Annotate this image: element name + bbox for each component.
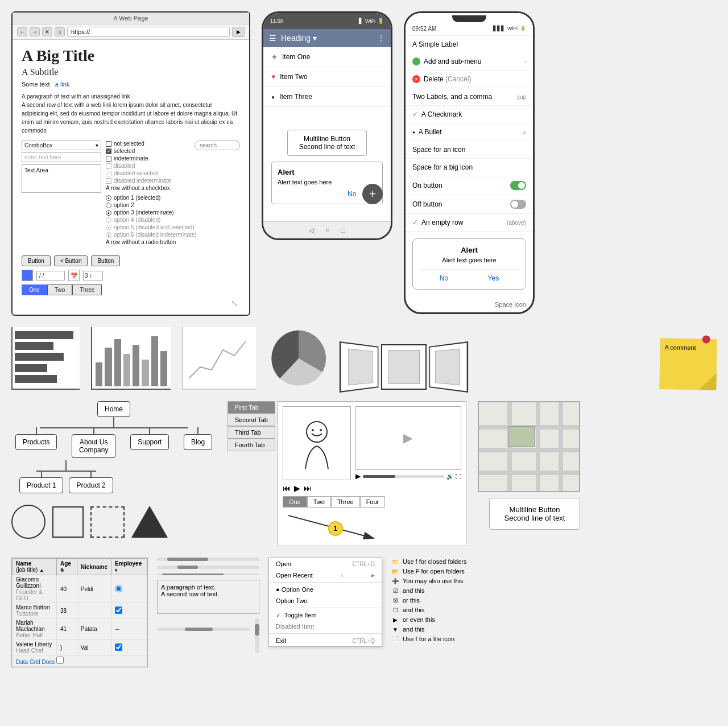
ios-alert-no[interactable]: No bbox=[440, 274, 448, 282]
employee-sort-icon[interactable]: ▾ bbox=[115, 568, 117, 573]
checkbox-icon[interactable] bbox=[106, 141, 111, 147]
web-browser-mockup: A Web Page ← → ✕ ⌂ ▶ A Big Title A Subti… bbox=[11, 11, 250, 316]
ios-battery: 🔋 bbox=[520, 26, 526, 32]
scroll-thumb-h1[interactable] bbox=[167, 558, 208, 561]
employee-radio-1[interactable] bbox=[115, 585, 122, 592]
datagrid-docs-link[interactable]: Data Grid Docs bbox=[16, 659, 55, 665]
scroll-thumb-h3[interactable] bbox=[162, 574, 224, 575]
rewind-button[interactable]: ⏮ bbox=[283, 484, 291, 493]
bottom-tab-one[interactable]: One bbox=[283, 496, 307, 508]
bottom-tab-two[interactable]: Two bbox=[307, 496, 331, 508]
ios-add-menu-item[interactable]: Add and sub-menu › bbox=[406, 53, 533, 71]
scroll-thumb-h4[interactable] bbox=[185, 628, 213, 631]
video-tab-second[interactable]: Second Tab bbox=[228, 414, 275, 426]
progress-bar-right[interactable] bbox=[363, 475, 444, 478]
url-input[interactable] bbox=[67, 27, 230, 37]
fullscreen-icon[interactable]: ⛶ bbox=[456, 473, 461, 480]
tab-three[interactable]: Three bbox=[72, 284, 102, 295]
search-input[interactable] bbox=[195, 141, 240, 150]
nav-back[interactable]: ◁ bbox=[309, 226, 314, 234]
sort-icon[interactable]: ▲ bbox=[39, 568, 44, 573]
age-sort-icon[interactable]: ⇅ bbox=[60, 568, 64, 573]
android-list-item-1[interactable]: ★ Item One bbox=[263, 47, 391, 67]
ios-toggle-on-item[interactable]: On button bbox=[406, 176, 533, 195]
go-button[interactable]: ▶ bbox=[232, 27, 245, 37]
ios-bullet-item[interactable]: ● A Bullet ≡ bbox=[406, 123, 533, 141]
close-button[interactable]: ✕ bbox=[42, 27, 52, 36]
footer-checkbox[interactable] bbox=[56, 657, 64, 664]
video-tab-first[interactable]: First Tab bbox=[228, 401, 275, 414]
ios-alert-yes[interactable]: Yes bbox=[488, 274, 499, 282]
ios-checkmark-item[interactable]: ✓ A Checkmark bbox=[406, 106, 533, 123]
number-input[interactable]: 3 ↕ bbox=[83, 271, 103, 280]
text-area[interactable]: Text Area bbox=[22, 164, 101, 193]
back-button[interactable]: ← bbox=[17, 27, 27, 36]
checkbox-selected-icon[interactable] bbox=[106, 148, 111, 154]
android-list-item-3[interactable]: ● Item Three bbox=[263, 87, 391, 107]
menu-item-option-one[interactable]: ● Option One bbox=[269, 584, 382, 595]
menu-item-open[interactable]: Open CTRL+O bbox=[269, 558, 382, 570]
nav-home[interactable]: ○ bbox=[325, 226, 329, 234]
ios-empty-row-item: ✓ An empty row (above) bbox=[406, 214, 533, 232]
menu-item-open-recent[interactable]: Open Recent › bbox=[269, 570, 382, 581]
button-1[interactable]: Button bbox=[22, 255, 51, 266]
web-some-text: Some text a link bbox=[22, 81, 240, 88]
combobox[interactable]: ComboBox ▾ bbox=[22, 141, 101, 150]
bottom-tab-four[interactable]: Four bbox=[360, 496, 386, 508]
scrollbar-h-3[interactable] bbox=[157, 574, 259, 575]
web-link[interactable]: a link bbox=[55, 81, 70, 88]
cell-nickname-2 bbox=[77, 603, 111, 618]
empty-checkbox-icon: ☐ bbox=[391, 606, 399, 614]
menu-item-exit[interactable]: Exit CTRL+Q bbox=[269, 635, 382, 646]
tab-two[interactable]: Two bbox=[47, 284, 72, 295]
scrollbar-h-2[interactable] bbox=[157, 566, 259, 569]
web-left-controls: ComboBox ▾ enter text here Text Area bbox=[22, 141, 101, 196]
video-tab-third[interactable]: Third Tab bbox=[228, 426, 275, 439]
scroll-thumb-h2[interactable] bbox=[177, 566, 198, 569]
video-tab-fourth[interactable]: Fourth Tab bbox=[228, 439, 275, 451]
button-2[interactable]: < Button bbox=[54, 255, 88, 266]
radio-2[interactable] bbox=[106, 203, 111, 208]
button-3[interactable]: Button bbox=[91, 255, 120, 266]
radio-selected[interactable] bbox=[106, 195, 111, 201]
fast-forward-button[interactable]: ⏭ bbox=[304, 484, 312, 493]
toggle-off[interactable] bbox=[510, 200, 526, 209]
volume-icon[interactable]: 🔊 bbox=[446, 473, 453, 480]
hamburger-icon[interactable]: ☰ bbox=[269, 34, 276, 43]
menu-item-option-two[interactable]: Option Two bbox=[269, 595, 382, 607]
menu-item-toggle[interactable]: ✓ Toggle Item bbox=[269, 609, 382, 621]
video-right-area: ▶ ▶ 🔊 ⛶ bbox=[355, 406, 461, 480]
employee-check-2[interactable] bbox=[115, 607, 122, 614]
android-multiline-button[interactable]: Multiline Button Second line of text bbox=[287, 130, 367, 156]
data-grid-table: Name(job title) ▲ Age ⇅ Nickname Employe… bbox=[12, 558, 147, 667]
play-button[interactable]: ▶ bbox=[294, 484, 300, 493]
text-input[interactable]: enter text here bbox=[22, 152, 101, 162]
more-icon[interactable]: ⋮ bbox=[377, 34, 385, 43]
ios-delete-item[interactable]: Delete (Cancel) bbox=[406, 71, 533, 88]
forward-button[interactable]: → bbox=[30, 27, 40, 36]
play-button-right[interactable]: ▶ bbox=[355, 472, 361, 480]
color-picker[interactable] bbox=[22, 270, 33, 281]
home-button[interactable]: ⌂ bbox=[55, 27, 65, 36]
tab-one[interactable]: One bbox=[22, 284, 47, 295]
checkbox-indeterminate-icon[interactable] bbox=[106, 156, 111, 162]
calendar-icon[interactable]: 📅 bbox=[68, 270, 80, 281]
android-list-item-2[interactable]: ♥ Item Two bbox=[263, 67, 391, 87]
scroll-thumb-v[interactable] bbox=[255, 624, 259, 636]
resize-handle[interactable]: ⤡ bbox=[22, 299, 240, 308]
scrollbar-v[interactable] bbox=[255, 618, 259, 653]
toggle-on[interactable] bbox=[510, 181, 526, 190]
ios-two-labels-item[interactable]: Two Labels, and a comma yup bbox=[406, 88, 533, 106]
bottom-tab-three[interactable]: Three bbox=[331, 496, 360, 508]
android-alert-no[interactable]: No bbox=[348, 190, 356, 198]
ios-toggle-off-item[interactable]: Off button bbox=[406, 195, 533, 214]
scrollbar-h-4[interactable] bbox=[157, 628, 250, 631]
date-input[interactable]: / / bbox=[36, 271, 65, 280]
radio-3[interactable] bbox=[106, 210, 111, 216]
fab-button[interactable]: + bbox=[362, 184, 383, 204]
nav-recent[interactable]: □ bbox=[341, 226, 345, 234]
employee-check-4[interactable] bbox=[115, 644, 122, 651]
scrollbar-h-1[interactable] bbox=[157, 558, 259, 561]
svg-point-0 bbox=[307, 422, 327, 442]
multiline-button[interactable]: Multiline Button Second line of text bbox=[489, 498, 580, 530]
